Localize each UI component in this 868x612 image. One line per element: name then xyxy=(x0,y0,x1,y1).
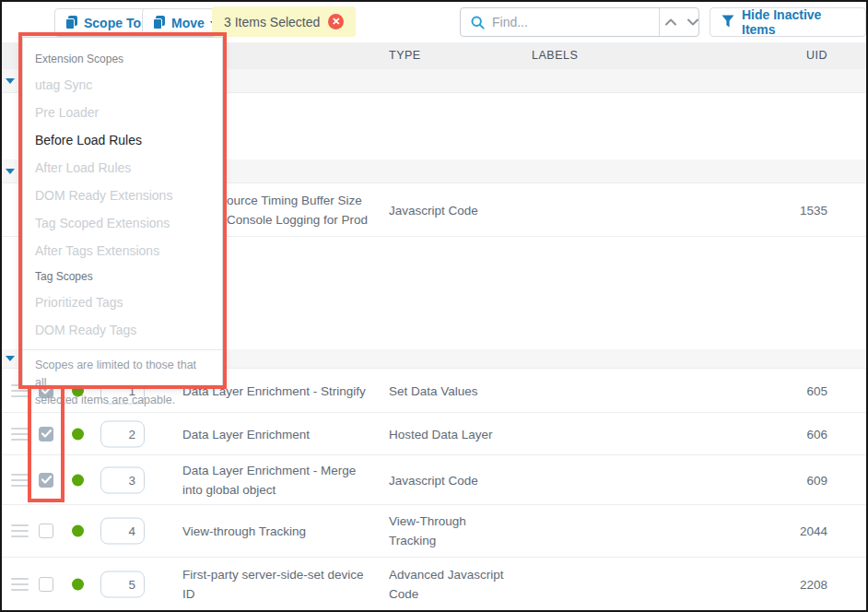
row-title: View-through Tracking xyxy=(182,522,381,541)
scope-to-menu: Extension Scopes utag Sync Pre Loader Be… xyxy=(22,37,223,386)
menu-item-dom-ready-tags: DOM Ready Tags xyxy=(23,316,222,344)
status-active-dot xyxy=(72,578,84,590)
menu-item-tag-scoped-extensions: Tag Scoped Extensions xyxy=(23,209,222,237)
row-uid: 609 xyxy=(806,473,827,487)
row-checkbox[interactable] xyxy=(39,577,53,592)
order-input[interactable]: 2 xyxy=(100,420,145,447)
row-title: Data Layer Enrichment - Merge into globa… xyxy=(182,461,381,500)
find-next-icon[interactable] xyxy=(682,8,704,36)
row-checkbox[interactable] xyxy=(39,473,53,488)
menu-item-utag-sync: utag Sync xyxy=(23,71,222,99)
row-checkbox[interactable] xyxy=(39,427,53,441)
menu-footer-note: Scopes are limited to those that all sel… xyxy=(23,357,222,409)
section-caret-icon xyxy=(6,169,15,174)
row-uid: 605 xyxy=(806,383,827,397)
hide-inactive-label: Hide Inactive Items xyxy=(742,7,854,37)
table-row: 3 Data Layer Enrichment - Merge into glo… xyxy=(2,455,866,505)
order-input[interactable]: 4 xyxy=(100,518,145,545)
drag-handle-icon[interactable] xyxy=(11,474,29,487)
row-title: Data Layer Enrichment xyxy=(182,424,381,443)
menu-item-pre-loader: Pre Loader xyxy=(23,99,222,126)
table-row: 4 View-through Tracking View-Through Tra… xyxy=(2,505,866,558)
status-active-dot xyxy=(72,428,84,440)
menu-item-before-load-rules[interactable]: Before Load Rules xyxy=(23,126,222,154)
row-type: Hosted Data Layer xyxy=(389,424,522,443)
row-uid: 2208 xyxy=(800,577,827,591)
column-header-uid: UID xyxy=(806,42,827,69)
status-active-dot xyxy=(72,525,84,537)
order-input[interactable]: 5 xyxy=(100,571,145,597)
app-window: Scope To Move 3 Items Selected ✕ xyxy=(0,0,868,612)
row-title: First-party server-side-set device ID xyxy=(182,565,381,604)
selection-count-text: 3 Items Selected xyxy=(224,15,320,29)
order-input[interactable]: 3 xyxy=(100,466,145,493)
row-uid: 2044 xyxy=(800,524,827,538)
row-type: Set Data Values xyxy=(389,381,522,400)
row-type: Advanced Javascript Code xyxy=(389,565,522,604)
menu-section-header: Extension Scopes xyxy=(23,47,222,71)
table-row: 5 First-party server-side-set device ID … xyxy=(2,558,866,610)
drag-handle-icon[interactable] xyxy=(11,578,29,591)
column-header-labels: LABELS xyxy=(532,42,578,69)
move-label: Move xyxy=(171,16,205,30)
clear-selection-icon[interactable]: ✕ xyxy=(328,14,344,29)
section-caret-icon xyxy=(6,356,15,361)
column-header-type: TYPE xyxy=(389,42,421,69)
row-type: View-Through Tracking xyxy=(389,512,522,550)
find-input[interactable] xyxy=(492,15,659,29)
menu-item-after-load-rules: After Load Rules xyxy=(23,154,222,182)
menu-section-header: Tag Scopes xyxy=(23,265,222,288)
row-checkbox[interactable] xyxy=(39,524,53,538)
drag-handle-icon[interactable] xyxy=(11,428,29,441)
copy-icon xyxy=(65,16,78,29)
find-box xyxy=(460,7,699,37)
row-type: Javascript Code xyxy=(389,470,522,489)
table-row: 2 Data Layer Enrichment Hosted Data Laye… xyxy=(2,413,866,455)
scope-to-label: Scope To xyxy=(84,16,141,30)
menu-item-after-tags-extensions: After Tags Extensions xyxy=(23,237,222,265)
filter-funnel-icon xyxy=(721,15,734,30)
section-caret-icon xyxy=(6,78,15,84)
row-uid: 606 xyxy=(806,427,827,441)
menu-item-prioritized-tags: Prioritized Tags xyxy=(23,288,222,316)
drag-handle-icon[interactable] xyxy=(11,524,29,537)
find-nav xyxy=(659,8,704,36)
find-previous-icon[interactable] xyxy=(660,8,682,36)
search-icon xyxy=(471,16,485,29)
row-type: Javascript Code xyxy=(389,200,522,219)
menu-divider xyxy=(23,349,222,350)
hide-inactive-items-button[interactable]: Hide Inactive Items xyxy=(710,7,866,37)
copy-icon xyxy=(153,16,166,29)
selection-badge: 3 Items Selected ✕ xyxy=(212,6,356,37)
status-active-dot xyxy=(72,474,84,486)
row-uid: 1535 xyxy=(800,203,827,217)
menu-item-dom-ready-extensions: DOM Ready Extensions xyxy=(23,182,222,209)
